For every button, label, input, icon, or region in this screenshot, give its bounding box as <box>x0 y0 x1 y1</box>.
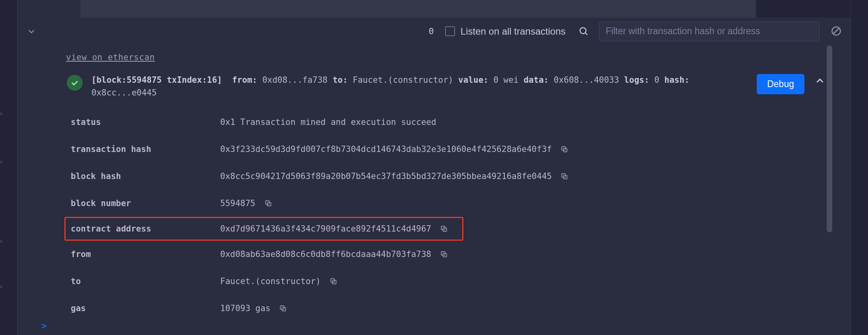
value-status: 0x1 Transaction mined and execution succ… <box>220 117 436 127</box>
transaction-summary: [block:5594875 txIndex:16] from: 0xd08..… <box>91 74 748 99</box>
copy-icon[interactable] <box>279 304 287 312</box>
toolbar: 0 Listen on all transactions <box>17 18 851 45</box>
svg-line-3 <box>833 28 839 34</box>
view-on-etherscan-link[interactable]: view on etherscan <box>66 53 155 62</box>
svg-line-1 <box>585 33 587 35</box>
label-transaction-hash: transaction hash <box>71 144 220 154</box>
debug-button[interactable]: Debug <box>757 74 804 94</box>
right-gutter <box>851 0 868 335</box>
pending-count: 0 <box>429 26 434 36</box>
row-status: status 0x1 Transaction mined and executi… <box>71 109 827 136</box>
row-transaction-hash: transaction hash 0x3f233dc59d3d9fd007cf8… <box>71 136 827 163</box>
value-transaction-hash: 0x3f233dc59d3d9fd007cf8b7304dcd146743dab… <box>220 144 552 154</box>
value-block-hash: 0x8cc5c904217d5063f89a20b07b54ec37fd3b5b… <box>220 171 552 181</box>
label-to: to <box>71 277 220 286</box>
search-icon[interactable] <box>578 26 589 37</box>
console-prompt[interactable]: > <box>41 321 47 331</box>
row-gas: gas 107093 gas <box>71 295 827 322</box>
scrollbar[interactable] <box>826 45 833 316</box>
stop-icon[interactable] <box>831 25 843 37</box>
left-gutter <box>0 0 17 335</box>
value-from: 0xd08ab63ae8d08c6c0db8ff6bcdaaa44b703fa7… <box>220 249 431 259</box>
status-success-icon <box>67 75 83 91</box>
value-block-number: 5594875 <box>220 199 256 208</box>
row-block-number: block number 5594875 <box>71 190 827 217</box>
row-to: to Faucet.(constructor) <box>71 268 827 295</box>
value-gas: 107093 gas <box>220 304 270 313</box>
tab-strip <box>17 0 851 18</box>
row-contract-address: contract address 0xd7d9671436a3f434c7909… <box>64 217 463 241</box>
value-contract-address: 0xd7d9671436a3f434c7909face892f4511c4d49… <box>220 224 431 234</box>
copy-icon[interactable] <box>264 199 272 207</box>
value-to: Faucet.(constructor) <box>220 277 321 286</box>
scrollbar-thumb[interactable] <box>827 45 832 232</box>
label-contract-address: contract address <box>71 224 220 234</box>
copy-icon[interactable] <box>560 145 568 153</box>
filter-input[interactable] <box>599 21 820 41</box>
label-status: status <box>71 117 220 127</box>
row-block-hash: block hash 0x8cc5c904217d5063f89a20b07b5… <box>71 163 827 190</box>
listen-checkbox[interactable] <box>445 26 455 36</box>
collapse-arrow-icon[interactable] <box>813 74 827 88</box>
copy-icon[interactable] <box>329 277 337 285</box>
listen-label: Listen on all transactions <box>461 26 566 37</box>
label-from: from <box>71 249 220 259</box>
svg-point-0 <box>580 27 586 33</box>
chevron-down-icon[interactable] <box>25 25 37 37</box>
copy-icon[interactable] <box>440 225 448 233</box>
row-from: from 0xd08ab63ae8d08c6c0db8ff6bcdaaa44b7… <box>71 241 827 268</box>
label-block-hash: block hash <box>71 171 220 181</box>
label-block-number: block number <box>71 199 220 208</box>
copy-icon[interactable] <box>560 172 568 180</box>
label-gas: gas <box>71 304 220 313</box>
copy-icon[interactable] <box>440 250 448 258</box>
